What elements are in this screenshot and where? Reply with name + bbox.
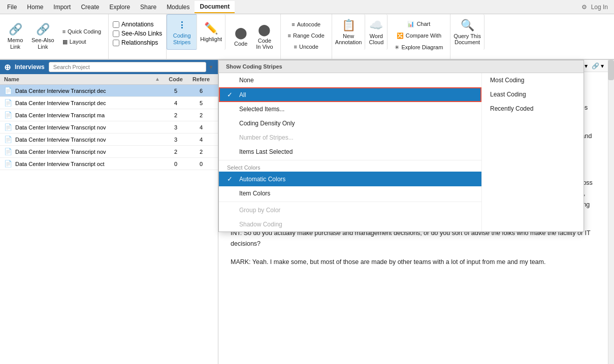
search-dropdown-btn[interactable]: ▼ xyxy=(208,64,214,70)
see-also-label: See-AlsoLink xyxy=(31,37,54,50)
coding-stripes-icon: ⫶ xyxy=(179,18,185,31)
menu-home[interactable]: Home xyxy=(22,2,48,13)
panel-header: ⊕ Interviews ▼ xyxy=(0,60,218,74)
log-in-btn[interactable]: Log In xyxy=(591,4,608,11)
new-annotation-btn[interactable]: 📋 NewAnnotation xyxy=(332,14,366,50)
chart-btn[interactable]: 📊 Chart xyxy=(404,19,433,29)
word-cloud-btn[interactable]: ☁️ WordCloud xyxy=(365,14,387,50)
col-code-header: Code xyxy=(163,76,188,82)
range-code-btn[interactable]: ≡ Range Code xyxy=(285,31,328,40)
query-this-document-btn[interactable]: 🔍 Query ThisDocument xyxy=(450,14,484,50)
dd-color-item[interactable]: Item Colors xyxy=(219,186,481,201)
coding-stripes-btn[interactable]: ⫶ CodingStripes xyxy=(167,14,197,50)
table-row[interactable]: 📄 Data Center Interview Transcript dec 4… xyxy=(0,97,218,109)
row-ref: 4 xyxy=(188,124,214,130)
table-row[interactable]: 📄 Data Center Interview Transcript oct 0… xyxy=(0,158,218,170)
row-name: Data Center Interview Transcript nov xyxy=(15,149,163,155)
row-ref: 4 xyxy=(188,137,214,143)
row-icon: 📄 xyxy=(4,123,12,131)
dd-right-item[interactable]: Least Coding xyxy=(482,87,584,102)
menu-explore[interactable]: Explore xyxy=(104,2,135,13)
code-in-vivo-btn[interactable]: ⬤ CodeIn Vivo xyxy=(253,19,276,54)
uncode-btn[interactable]: ≡ Uncode xyxy=(291,42,321,51)
memo-link-btn[interactable]: 🔗 MemoLink xyxy=(4,19,26,54)
scrollbar[interactable] xyxy=(608,60,614,364)
dd-color-item[interactable]: ✓ Automatic Colors xyxy=(219,172,481,186)
table-row[interactable]: 📄 Data Center Interview Transcript ma 2 … xyxy=(0,109,218,121)
memo-link-label: MemoLink xyxy=(8,37,23,50)
dd-item-items-last-selected[interactable]: Items Last Selected xyxy=(219,145,481,159)
menu-modules[interactable]: Modules xyxy=(161,2,195,13)
dd-item-label: Selected Items... xyxy=(239,106,284,113)
code-btn[interactable]: ⬤ Code xyxy=(230,19,252,54)
table-row[interactable]: 📄 Data Center Interview Transcript nov 2… xyxy=(0,146,218,158)
dd-item-selected-items...[interactable]: Selected Items... xyxy=(219,102,481,116)
relationships-checkbox[interactable] xyxy=(113,40,119,46)
table-row[interactable]: 📄 Data Center Interview Transcript nov 3… xyxy=(0,121,218,134)
range-code-icon: ≡ xyxy=(288,32,291,39)
ribbon-links-section: 🔗 MemoLink 🔗 See-AlsoLink ≡ Quick Coding… xyxy=(0,14,109,59)
row-name: Data Center Interview Transcript oct xyxy=(15,161,163,167)
row-ref: 6 xyxy=(188,88,214,94)
dd-item-label: Coding Density Only xyxy=(239,120,295,127)
dd-separator-2 xyxy=(219,202,481,202)
dd-shadow-coding-item: Shadow Coding xyxy=(219,217,481,231)
dd-item-all[interactable]: ✓ All xyxy=(219,87,481,102)
ribbon-code-section: ⬤ Code ⬤ CodeIn Vivo xyxy=(225,14,280,59)
word-cloud-label: WordCloud xyxy=(369,33,384,45)
dd-item-coding-density-only[interactable]: Coding Density Only xyxy=(219,116,481,130)
ribbon: 🔗 MemoLink 🔗 See-AlsoLink ≡ Quick Coding… xyxy=(0,14,614,60)
col-name-header: Name xyxy=(4,76,155,82)
layout-btn[interactable]: ▦ Layout xyxy=(59,37,104,47)
explore-diagram-btn[interactable]: ✳ Explore Diagram xyxy=(392,43,446,52)
menu-share[interactable]: Share xyxy=(135,2,161,13)
small-buttons-col: ≡ Quick Coding ▦ Layout xyxy=(59,27,104,47)
dd-item-number-of-stripes...: Number of Stripes... xyxy=(219,130,481,145)
highlight-btn[interactable]: ✏️ Highlight xyxy=(197,14,225,50)
dd-items-left: None ✓ All Selected Items... Coding Dens… xyxy=(219,73,481,159)
menu-import[interactable]: Import xyxy=(48,2,76,13)
menu-bar: File Home Import Create Explore Share Mo… xyxy=(0,0,614,14)
memo-link-icon: 🔗 xyxy=(9,23,22,36)
settings-icon[interactable]: ⚙ xyxy=(581,4,587,11)
dropdown-left: None ✓ All Selected Items... Coding Dens… xyxy=(219,73,482,231)
relationships-label: Relationships xyxy=(121,39,158,46)
dd-item-none[interactable]: None xyxy=(219,73,481,87)
row-icon: 📄 xyxy=(4,111,12,119)
dd-item-label: Items Last Selected xyxy=(239,148,293,155)
code-in-vivo-icon: ⬤ xyxy=(258,23,271,37)
autocode-btn[interactable]: ≡ Autocode xyxy=(288,20,324,29)
dd-color-label: Item Colors xyxy=(239,190,270,197)
menu-create[interactable]: Create xyxy=(76,2,104,13)
uncode-label: Uncode xyxy=(299,44,318,50)
table-row[interactable]: 📄 Data Center Interview Transcript dec 5… xyxy=(0,85,218,97)
row-code: 0 xyxy=(163,161,188,167)
search-input[interactable] xyxy=(49,62,206,72)
annotations-checkbox[interactable] xyxy=(113,21,119,28)
layout-label: Layout xyxy=(70,39,86,45)
col-ref-header: Refere xyxy=(188,76,214,82)
coding-stripes-label: CodingStripes xyxy=(173,32,191,46)
row-name: Data Center Interview Transcript dec xyxy=(15,88,163,94)
see-also-links-checkbox[interactable] xyxy=(113,30,119,37)
dropdown-body: None ✓ All Selected Items... Coding Dens… xyxy=(219,73,584,231)
row-ref: 2 xyxy=(188,112,214,118)
table-body: 📄 Data Center Interview Transcript dec 5… xyxy=(0,85,218,170)
quick-coding-btn[interactable]: ≡ Quick Coding xyxy=(59,27,104,36)
dd-right-item[interactable]: Most Coding xyxy=(482,73,584,87)
toolbar-link-icon[interactable]: 🔗 ▾ xyxy=(592,62,604,70)
menu-document[interactable]: Document xyxy=(195,1,235,13)
add-item-btn[interactable]: ⊕ xyxy=(4,62,11,72)
see-also-link-btn[interactable]: 🔗 See-AlsoLink xyxy=(28,19,57,54)
dd-right-label: Least Coding xyxy=(490,91,526,98)
table-row[interactable]: 📄 Data Center Interview Transcript nov 3… xyxy=(0,134,218,146)
explore-diagram-icon: ✳ xyxy=(395,44,399,51)
menu-file[interactable]: File xyxy=(2,2,22,13)
dropdown-header: Show Coding Stripes xyxy=(219,60,584,73)
dd-right-item[interactable]: Recently Coded xyxy=(482,102,584,116)
row-icon: 📄 xyxy=(4,136,12,143)
compare-with-btn[interactable]: 🔀 Compare With xyxy=(394,31,444,41)
sort-icon[interactable]: ▲ xyxy=(155,76,163,82)
row-name: Data Center Interview Transcript dec xyxy=(15,100,163,106)
check-icon: ✓ xyxy=(227,91,235,98)
